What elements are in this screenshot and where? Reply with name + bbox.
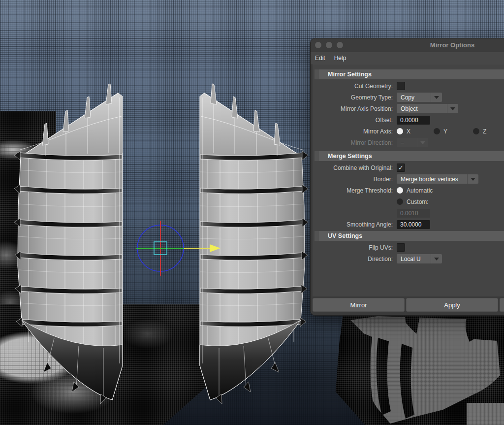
- dialog-title: Mirror Options: [311, 41, 504, 49]
- geometry-type-row: Geometry Type: Copy: [313, 92, 504, 103]
- threshold-custom-radio[interactable]: [397, 198, 403, 205]
- smoothing-angle-label: Smoothing Angle:: [313, 221, 393, 228]
- smoothing-angle-row: Smoothing Angle: 30.0000: [313, 219, 504, 230]
- offset-input[interactable]: 0.0000: [397, 116, 430, 125]
- threshold-automatic-label: Automatic: [407, 187, 433, 194]
- chevron-down-icon: [447, 104, 458, 113]
- section-uv-settings[interactable]: UV Settings: [315, 231, 504, 241]
- flip-uvs-checkbox[interactable]: ✓: [397, 243, 405, 252]
- geometry-type-dropdown[interactable]: Copy: [397, 93, 442, 102]
- offset-row: Offset: 0.0000: [313, 114, 504, 126]
- mirror-options-dialog: Mirror Options Edit Help Mirror Settings…: [310, 38, 504, 316]
- mirror-axis-position-dropdown[interactable]: Object: [397, 104, 458, 113]
- mirror-axis-row: Mirror Axis: X Y Z: [313, 126, 504, 137]
- close-button-partial[interactable]: [500, 298, 504, 312]
- cut-geometry-checkbox[interactable]: ✓: [397, 82, 405, 90]
- cut-geometry-label: Cut Geometry:: [313, 83, 393, 90]
- menu-edit[interactable]: Edit: [311, 52, 330, 65]
- mirror-button[interactable]: Mirror: [313, 298, 405, 312]
- border-row: Border: Merge border vertices: [313, 173, 504, 185]
- chevron-down-icon: [467, 174, 478, 184]
- axis-y-label: Y: [443, 128, 447, 135]
- section-mirror-settings[interactable]: Mirror Settings: [315, 69, 504, 79]
- mirror-direction-label: Mirror Direction:: [313, 139, 393, 146]
- combine-with-original-row: Combine with Original: ✓: [313, 162, 504, 173]
- mesh-half-right[interactable]: [200, 84, 308, 404]
- mesh-half-left[interactable]: [14, 84, 123, 404]
- geometry-type-label: Geometry Type:: [313, 94, 393, 101]
- mirror-direction-row: Mirror Direction: –: [313, 137, 504, 148]
- axis-z-radio[interactable]: [473, 128, 479, 134]
- axis-x-label: X: [407, 128, 410, 135]
- uv-direction-label: Direction:: [313, 256, 393, 262]
- border-dropdown[interactable]: Merge border vertices: [397, 174, 478, 184]
- threshold-automatic-radio[interactable]: [397, 187, 403, 194]
- mirror-axis-position-label: Mirror Axis Position:: [313, 105, 393, 112]
- border-label: Border:: [313, 176, 393, 183]
- chevron-down-icon: [417, 138, 428, 147]
- merge-threshold-row: Merge Threshold: Automatic: [313, 185, 504, 196]
- custom-threshold-field-row: 0.0010: [313, 207, 504, 219]
- section-merge-settings[interactable]: Merge Settings: [315, 151, 504, 161]
- chevron-down-icon: [431, 254, 442, 263]
- dialog-titlebar[interactable]: Mirror Options: [311, 38, 504, 52]
- axis-y-radio[interactable]: [434, 128, 440, 134]
- axis-z-label: Z: [483, 128, 486, 135]
- combine-checkbox[interactable]: ✓: [397, 163, 405, 172]
- cut-geometry-row: Cut Geometry: ✓: [313, 80, 504, 92]
- dialog-menubar: Edit Help: [311, 52, 504, 65]
- mirror-axis-label: Mirror Axis:: [313, 128, 393, 135]
- mirror-direction-dropdown: –: [397, 138, 428, 147]
- custom-threshold-input: 0.0010: [397, 209, 430, 218]
- axis-x-radio[interactable]: [397, 128, 403, 134]
- apply-button[interactable]: Apply: [406, 298, 498, 312]
- threshold-custom-label: Custom:: [407, 198, 429, 205]
- offset-label: Offset:: [313, 117, 393, 124]
- combine-label: Combine with Original:: [313, 164, 393, 171]
- flip-uvs-row: Flip UVs: ✓: [313, 242, 504, 253]
- smoothing-angle-input[interactable]: 30.0000: [397, 220, 430, 229]
- merge-threshold-custom-row: Custom:: [313, 196, 504, 207]
- uv-direction-dropdown[interactable]: Local U: [397, 254, 442, 263]
- flip-uvs-label: Flip UVs:: [313, 244, 393, 251]
- dialog-footer: Mirror Apply: [313, 298, 504, 312]
- merge-threshold-label: Merge Threshold:: [313, 187, 393, 194]
- uv-direction-row: Direction: Local U: [313, 253, 504, 264]
- dialog-content: Mirror Settings Cut Geometry: ✓ Geometry…: [313, 65, 504, 296]
- menu-help[interactable]: Help: [330, 52, 351, 65]
- chevron-down-icon: [431, 93, 442, 102]
- mirror-axis-position-row: Mirror Axis Position: Object: [313, 103, 504, 114]
